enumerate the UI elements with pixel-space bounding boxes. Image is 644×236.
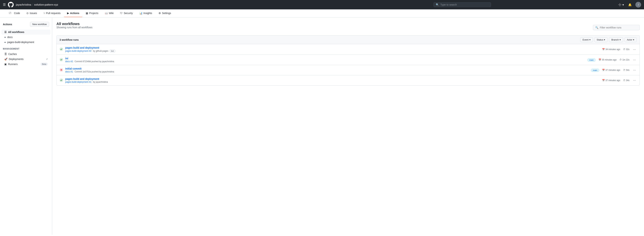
tab-settings[interactable]: ⚙ Settings [156, 10, 174, 17]
tab-security[interactable]: 🛡 Security [117, 10, 136, 17]
workflow-info: pages build and deployment pages-build-d… [65, 77, 600, 83]
workflow-right: main 📅 35 minutes ago ⏱ 1m 22s ⋯ [587, 57, 637, 62]
filter-branch-button[interactable]: Branch ▾ [609, 37, 623, 42]
github-logo [8, 2, 14, 8]
workflow-menu-button[interactable]: ⋯ [632, 78, 637, 83]
hamburger-icon[interactable]: ☰ [3, 3, 6, 7]
tab-pull-requests[interactable]: ⑂ Pull requests [41, 10, 64, 17]
page-title: All workflows [56, 22, 92, 26]
calendar-icon: 📅 [602, 69, 605, 71]
bot-badge: bot [110, 50, 116, 52]
workflow-id: docs #2: [65, 60, 73, 63]
tab-wiki[interactable]: 📖 Wiki [102, 10, 116, 17]
sidebar-header: Actions New workflow [0, 20, 52, 30]
workflow-name-link[interactable]: ini [65, 57, 68, 60]
repo-navigation: 〈/〉 Code ⊙ Issues ⑂ Pull requests ▶ Acti… [0, 9, 644, 18]
workflow-container: 3 workflow runs Event ▾ Status ▾ Branch … [56, 35, 640, 86]
avatar[interactable]: J [635, 2, 641, 8]
notifications-button[interactable]: 🔔 [628, 2, 632, 7]
workflow-ref-link[interactable]: docs #1: [65, 70, 73, 73]
tab-code[interactable]: 〈/〉 Code [4, 9, 23, 17]
status-label: Status [597, 38, 603, 41]
workflow-trigger: by github-pages [93, 50, 108, 52]
notifications-wrap: 🔔 [628, 2, 632, 7]
content-title-wrap: All workflows Showing runs from all work… [56, 22, 92, 33]
new-workflow-button[interactable]: New workflow [30, 22, 49, 27]
failure-status-icon [60, 68, 63, 72]
workflow-name-link[interactable]: pages build and deployment [65, 77, 99, 80]
deployments-external-icon: ↗ [46, 58, 48, 60]
sidebar-item-docs[interactable]: ● docs [2, 35, 50, 40]
filter-search-icon: 🔍 [595, 26, 598, 29]
clock-icon: ⏱ [623, 48, 625, 51]
tab-projects-label: Projects [89, 12, 98, 15]
time-ago-text: 34 minutes ago [606, 48, 620, 51]
workflow-meta: pages-build-deployment #2: by github-pag… [65, 50, 600, 52]
workflow-duration: ⏱ 1m 22s [620, 59, 630, 61]
nav-center: 🔍 Type to search [310, 2, 614, 7]
tab-issues-label: Issues [30, 12, 37, 15]
filter-status-button[interactable]: Status ▾ [594, 37, 608, 42]
filter-search-box[interactable]: 🔍 [593, 25, 640, 30]
pages-build-icon: ● [4, 41, 6, 44]
calendar-icon: 📅 [602, 79, 605, 82]
filter-search-input[interactable] [600, 26, 637, 29]
table-row: Initial commit docs #1: Commit 1b3752a p… [57, 65, 640, 75]
tab-projects[interactable]: ▦ Projects [83, 10, 101, 17]
workflow-ref-link[interactable]: docs #2: [65, 60, 73, 63]
filter-actor-button[interactable]: Actor ▾ [624, 37, 637, 42]
workflow-branch: main [591, 69, 599, 71]
workflow-menu-button[interactable]: ⋯ [632, 57, 637, 62]
workflow-trigger: by jayachristina [93, 81, 108, 83]
issue-icon: ⊙ [26, 12, 28, 15]
top-navigation: ☰ jayachristina / solution-pattern-xyz 🔍… [0, 0, 644, 9]
docs-label: docs [7, 36, 12, 39]
all-workflows-icon: ☰ [4, 31, 7, 34]
projects-icon: ▦ [86, 12, 88, 15]
duration-text: 1m 22s [622, 59, 630, 61]
workflow-info: Initial commit docs #1: Commit 1b3752a p… [65, 67, 589, 73]
workflow-duration: ⏱ 34s [623, 79, 630, 82]
workflow-run-name: Initial commit [65, 67, 589, 70]
create-new-button[interactable]: ➕ ▾ [618, 2, 624, 7]
caches-label: Caches [8, 53, 17, 55]
tab-actions-label: Actions [70, 12, 79, 15]
workflow-menu-button[interactable]: ⋯ [632, 68, 637, 73]
breadcrumb-user[interactable]: jayachristina [16, 3, 31, 6]
workflow-menu-button[interactable]: ⋯ [632, 47, 637, 52]
sidebar-item-caches[interactable]: 🗄 Caches [2, 52, 50, 57]
pull-request-icon: ⑂ [44, 12, 45, 15]
svg-point-1 [60, 58, 63, 61]
actor-label: Actor [627, 38, 632, 41]
workflow-ref-link[interactable]: pages-build-deployment #2: [65, 50, 92, 52]
sidebar-item-runners[interactable]: ▣ Runners Beta [2, 62, 50, 67]
clock-icon: ⏱ [623, 69, 625, 71]
time-ago-text: 37 minutes ago [606, 69, 620, 71]
tab-insights[interactable]: 📊 Insights [136, 10, 155, 17]
tab-issues[interactable]: ⊙ Issues [24, 10, 40, 17]
filter-event-button[interactable]: Event ▾ [580, 37, 593, 42]
gear-icon: ⚙ [158, 12, 161, 15]
caches-icon: 🗄 [4, 53, 7, 55]
sidebar-item-deployments[interactable]: 🚀 Deployments ↗ [2, 57, 50, 62]
workflow-id: pages-build-deployment #1: [65, 81, 92, 83]
all-workflows-label: All workflows [8, 31, 24, 34]
shield-icon: 🛡 [120, 12, 122, 15]
breadcrumb-repo[interactable]: solution-pattern-xyz [34, 3, 58, 6]
workflow-name-link[interactable]: Initial commit [65, 67, 82, 70]
workflow-count: 3 workflow runs [60, 38, 79, 41]
runners-icon: ▣ [4, 63, 7, 66]
svg-point-0 [60, 48, 63, 51]
content-area: All workflows Showing runs from all work… [52, 18, 644, 235]
workflow-name-link[interactable]: pages build and deployment [65, 46, 99, 49]
workflow-header: 3 workflow runs Event ▾ Status ▾ Branch … [57, 36, 640, 44]
tab-actions[interactable]: ▶ Actions [64, 10, 82, 17]
workflow-ref-link[interactable]: pages-build-deployment #1: [65, 81, 92, 83]
pages-build-label: pages-build-deployment [7, 41, 34, 44]
workflow-info: ini docs #2: Commit 872348d pushed by ja… [65, 57, 585, 63]
global-search[interactable]: 🔍 Type to search [434, 2, 491, 7]
sidebar-item-pages-build-deployment[interactable]: ● pages-build-deployment [2, 40, 50, 45]
sidebar-item-all-workflows[interactable]: ☰ All workflows [2, 30, 50, 35]
workflow-id: docs #1: [65, 70, 73, 73]
duration-text: 32s [626, 48, 630, 51]
